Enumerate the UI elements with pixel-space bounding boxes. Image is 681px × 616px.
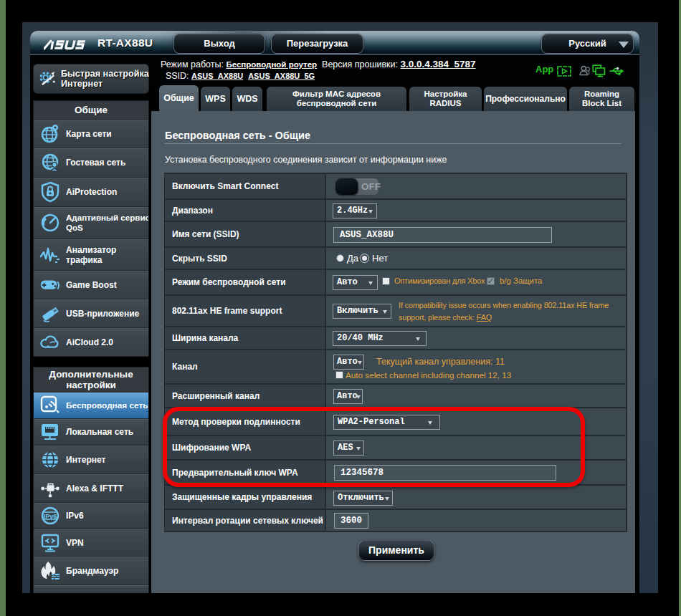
svg-text:IPv6: IPv6 [44,513,57,520]
